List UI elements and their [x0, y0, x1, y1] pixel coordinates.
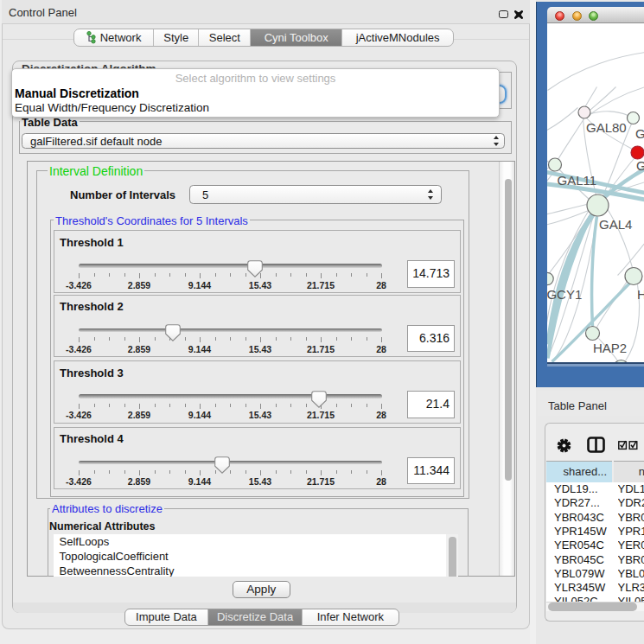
svg-text:GA: GA [635, 125, 644, 140]
svg-text:HAP2: HAP2 [593, 340, 627, 354]
svg-text:GAL11: GAL11 [557, 172, 596, 187]
svg-text:G: G [636, 157, 644, 172]
svg-text:H: H [637, 287, 644, 302]
svg-text:GAL80: GAL80 [586, 119, 627, 134]
svg-text:GCY1: GCY1 [547, 286, 582, 301]
svg-text:GAL4: GAL4 [599, 217, 632, 232]
